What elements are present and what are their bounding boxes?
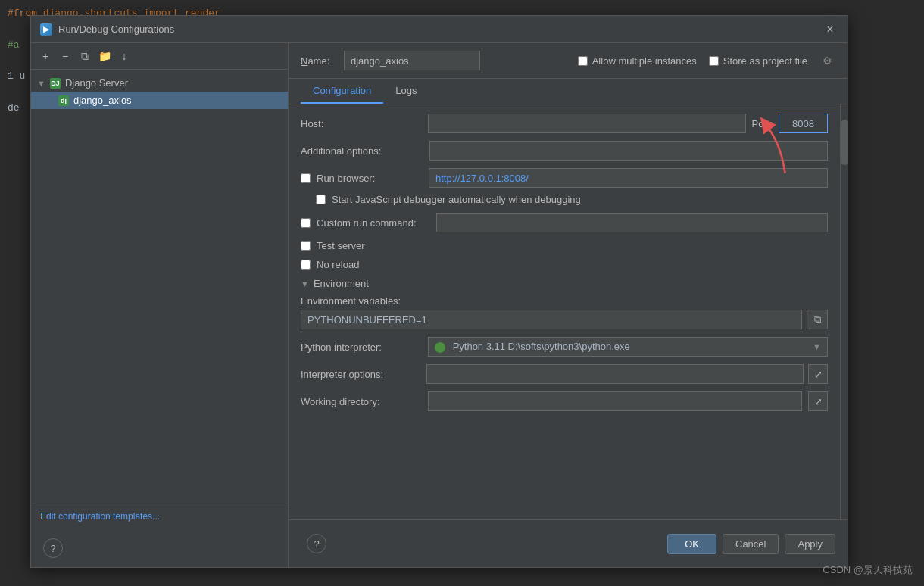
remove-configuration-button[interactable]: − bbox=[57, 48, 73, 64]
working-directory-label: Working directory: bbox=[301, 396, 422, 407]
chevron-down-icon: ▼ bbox=[37, 79, 45, 88]
tree-parent-label: Django Server bbox=[65, 77, 128, 89]
copy-configuration-button[interactable]: ⧉ bbox=[76, 48, 93, 64]
django-server-icon: DJ bbox=[50, 78, 61, 89]
env-vars-label: Environment variables: bbox=[301, 295, 828, 307]
close-button[interactable]: × bbox=[822, 21, 838, 38]
add-configuration-button[interactable]: + bbox=[37, 48, 54, 64]
footer-help-button[interactable]: ? bbox=[307, 534, 326, 553]
name-input[interactable] bbox=[344, 51, 480, 70]
ok-button[interactable]: OK bbox=[667, 534, 716, 554]
left-panel: + − ⧉ 📁 ↕ ▼ DJ Django Server dj django_a… bbox=[31, 43, 289, 567]
tree-child-label: django_axios bbox=[73, 95, 132, 106]
name-row: Name: Allow multiple instances Store as … bbox=[301, 51, 835, 70]
port-label: Port: bbox=[752, 118, 773, 129]
interpreter-options-row: Interpreter options: ⤢ bbox=[301, 364, 828, 384]
dialog-footer: ? OK Cancel Apply bbox=[289, 519, 848, 567]
run-debug-dialog: ▶ Run/Debug Configurations × + − ⧉ 📁 ↕ ▼… bbox=[30, 15, 848, 568]
python-interpreter-row: Python interpreter: Python 3.11 D:\softs… bbox=[301, 337, 828, 357]
store-as-project-input[interactable] bbox=[709, 56, 719, 66]
js-debugger-row: Start JavaScript debugger automatically … bbox=[301, 194, 828, 205]
custom-run-checkbox[interactable] bbox=[301, 218, 311, 228]
tabs-row: Configuration Logs bbox=[289, 79, 848, 104]
custom-run-label: Custom run command: bbox=[317, 217, 430, 229]
dialog-icon: ▶ bbox=[40, 23, 52, 36]
additional-options-label: Additional options: bbox=[301, 145, 422, 157]
env-vars-input-row: ⧉ bbox=[301, 310, 828, 329]
footer-left: ? bbox=[301, 528, 332, 560]
interpreter-value-display: Python 3.11 D:\softs\python3\python.exe bbox=[435, 341, 630, 353]
checkbox-group: Allow multiple instances Store as projec… bbox=[578, 55, 835, 67]
dialog-title: Run/Debug Configurations bbox=[58, 23, 174, 35]
left-toolbar: + − ⧉ 📁 ↕ bbox=[31, 43, 288, 70]
environment-section-header[interactable]: ▼ Environment bbox=[301, 278, 828, 289]
scrollbar-thumb bbox=[841, 120, 848, 165]
working-directory-row: Working directory: ⤢ bbox=[301, 391, 828, 411]
dialog-titlebar: ▶ Run/Debug Configurations × bbox=[31, 16, 848, 43]
env-vars-row: Environment variables: ⧉ bbox=[301, 295, 828, 329]
env-collapse-icon: ▼ bbox=[301, 279, 309, 288]
footer-help-area: ? bbox=[31, 529, 288, 567]
no-reload-checkbox[interactable] bbox=[301, 260, 311, 270]
python-interpreter-select[interactable]: Python 3.11 D:\softs\python3\python.exe … bbox=[428, 337, 828, 357]
tab-logs[interactable]: Logs bbox=[383, 79, 429, 104]
custom-run-row: Custom run command: bbox=[301, 213, 828, 232]
titlebar-left: ▶ Run/Debug Configurations bbox=[40, 23, 174, 36]
additional-options-input[interactable] bbox=[429, 141, 828, 161]
tree-group-django: ▼ DJ Django Server dj django_axios bbox=[31, 73, 288, 111]
allow-multiple-label: Allow multiple instances bbox=[592, 55, 697, 67]
store-as-project-file-checkbox[interactable]: Store as project file bbox=[709, 55, 807, 67]
no-reload-row: No reload bbox=[301, 259, 828, 270]
custom-run-input[interactable] bbox=[436, 213, 828, 232]
gear-button[interactable]: ⚙ bbox=[819, 55, 835, 67]
interpreter-text: Python 3.11 D:\softs\python3\python.exe bbox=[453, 341, 630, 352]
python-interpreter-label: Python interpreter: bbox=[301, 341, 422, 353]
no-reload-label: No reload bbox=[317, 259, 359, 270]
js-debugger-checkbox[interactable] bbox=[316, 195, 326, 204]
allow-multiple-instances-checkbox[interactable]: Allow multiple instances bbox=[578, 55, 697, 67]
test-server-checkbox[interactable] bbox=[301, 241, 311, 251]
run-browser-row: Run browser: bbox=[301, 168, 828, 188]
dialog-body: + − ⧉ 📁 ↕ ▼ DJ Django Server dj django_a… bbox=[31, 43, 848, 567]
working-dir-expand-button[interactable]: ⤢ bbox=[808, 391, 828, 411]
environment-label: Environment bbox=[314, 278, 369, 289]
tab-configuration[interactable]: Configuration bbox=[301, 79, 383, 104]
port-input[interactable] bbox=[779, 114, 828, 133]
js-debugger-label: Start JavaScript debugger automatically … bbox=[332, 194, 581, 205]
dropdown-arrow-icon: ▼ bbox=[813, 342, 821, 351]
cancel-button[interactable]: Cancel bbox=[723, 534, 779, 554]
name-field-label: Name: bbox=[301, 55, 335, 67]
sort-configuration-button[interactable]: ↕ bbox=[116, 48, 133, 64]
right-scrollbar[interactable] bbox=[840, 104, 848, 519]
run-browser-checkbox[interactable] bbox=[301, 173, 311, 183]
tree-child-django-axios[interactable]: dj django_axios bbox=[31, 92, 288, 109]
host-input[interactable] bbox=[428, 114, 746, 133]
store-as-project-label: Store as project file bbox=[723, 55, 807, 67]
help-button[interactable]: ? bbox=[43, 538, 63, 558]
working-directory-input[interactable] bbox=[428, 391, 802, 411]
env-vars-input[interactable] bbox=[301, 310, 802, 329]
interpreter-options-expand-button[interactable]: ⤢ bbox=[808, 364, 828, 384]
tree-parent-django-server[interactable]: ▼ DJ Django Server bbox=[31, 74, 288, 92]
host-label: Host: bbox=[301, 118, 422, 129]
edit-configuration-templates-link[interactable]: Edit configuration templates... bbox=[31, 503, 288, 529]
footer-buttons: OK Cancel Apply bbox=[667, 534, 835, 554]
apply-button[interactable]: Apply bbox=[785, 534, 835, 554]
run-browser-input[interactable] bbox=[429, 168, 828, 188]
interpreter-options-input[interactable] bbox=[426, 364, 804, 384]
test-server-row: Test server bbox=[301, 240, 828, 251]
allow-multiple-instances-input[interactable] bbox=[578, 56, 588, 66]
content-area: Host: Port: Additional options: Run brow… bbox=[289, 104, 848, 519]
right-panel: Name: Allow multiple instances Store as … bbox=[289, 43, 848, 567]
configuration-tree: ▼ DJ Django Server dj django_axios bbox=[31, 70, 288, 503]
env-vars-copy-button[interactable]: ⧉ bbox=[807, 310, 828, 329]
config-header: Name: Allow multiple instances Store as … bbox=[289, 43, 848, 79]
additional-options-row: Additional options: bbox=[301, 141, 828, 161]
folder-configuration-button[interactable]: 📁 bbox=[96, 48, 113, 64]
config-content: Host: Port: Additional options: Run brow… bbox=[289, 104, 840, 519]
watermark: CSDN @景天科技苑 bbox=[823, 563, 913, 577]
host-port-row: Host: Port: bbox=[301, 114, 828, 133]
python-icon bbox=[435, 342, 445, 353]
run-browser-label: Run browser: bbox=[317, 173, 423, 184]
test-server-label: Test server bbox=[317, 240, 365, 251]
